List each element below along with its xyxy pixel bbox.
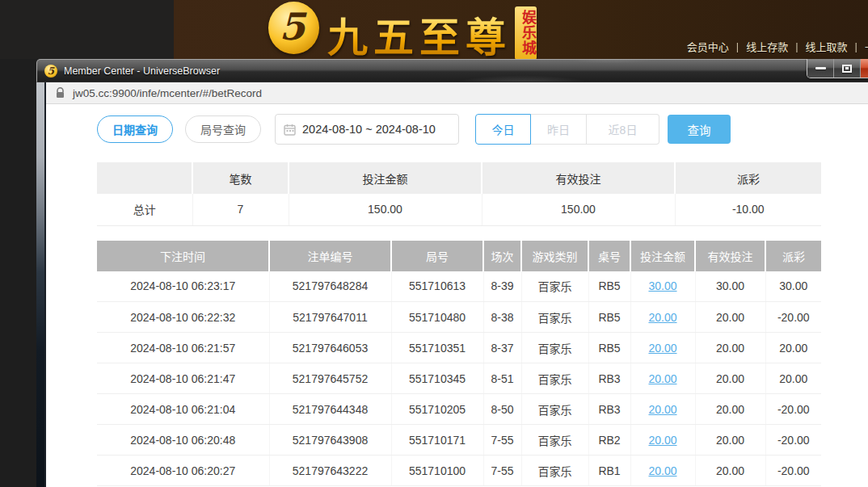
header-bet-id: 注单编号 [269,241,391,271]
cell-table-no: RB5 [588,302,630,333]
site-banner: 5 九五至尊 娱乐城 会员中心 | 线上存款 | 线上取款 | 一 [0,0,868,59]
cell-bet-id: 521797643222 [269,456,391,486]
yesterday-button[interactable]: 昨日 [531,114,587,145]
close-button[interactable] [861,59,868,78]
summary-bet-amount: 150.00 [289,194,482,225]
cell-game-type: 百家乐 [521,425,588,456]
date-range-input[interactable]: 2024-08-10 ~ 2024-08-10 [275,114,459,145]
bet-amount-link[interactable]: 20.00 [648,403,676,416]
banner-nav: 会员中心 | 线上存款 | 线上取款 | 一 [687,39,868,54]
summary-payout: -10.00 [675,194,821,225]
cell-session: 8-38 [483,302,521,333]
last-8-days-button[interactable]: 近8日 [587,114,659,145]
window-app-icon-glyph: 5 [48,66,54,76]
cell-session: 7-55 [483,425,521,456]
summary-header-blank [97,162,192,194]
address-bar[interactable]: jw05.cc:9900/infe/mcenter/#/betRecord [46,82,868,104]
cell-session: 8-39 [483,271,521,302]
table-row: 2024-08-10 06:21:57 521797646053 5517103… [97,333,821,363]
cell-round-no: 551710205 [391,394,483,425]
round-query-tab[interactable]: 局号查询 [185,115,261,143]
cell-payout: 20.00 [765,333,821,363]
summary-count: 7 [192,194,289,225]
summary-header-valid-bet: 有效投注 [482,162,675,194]
filter-toolbar: 日期查询 局号查询 20 [97,114,868,145]
nav-online-withdraw[interactable]: 线上取款 [806,39,848,54]
header-round-no: 局号 [391,241,483,271]
bet-amount-link[interactable]: 20.00 [648,434,676,447]
nav-link-clipped[interactable]: 一 [865,39,868,54]
cell-round-no: 551710100 [391,456,483,486]
cell-payout: -20.00 [765,425,821,456]
cell-bet-time: 2024-08-10 06:23:17 [97,271,269,302]
cell-valid-bet: 20.00 [695,363,765,394]
summary-header-bet-amount: 投注金额 [289,162,482,194]
cell-valid-bet: 20.00 [695,333,765,363]
maximize-icon [842,65,852,73]
url-text: jw05.cc:9900/infe/mcenter/#/betRecord [73,87,262,99]
cell-game-type: 百家乐 [521,394,588,425]
cell-payout: -20.00 [765,394,821,425]
logo-circle-icon: 5 [268,2,319,54]
browser-window: 5 Member Center - UniverseBrowser jw05.c… [36,59,868,487]
cell-payout: 20.00 [765,363,821,394]
window-app-icon: 5 [44,65,57,78]
cell-game-type: 百家乐 [521,271,588,302]
cell-payout: -20.00 [765,302,821,333]
logo-five-glyph: 5 [279,8,305,45]
cell-bet-id: 521797644348 [269,394,391,425]
quick-date-group: 今日 昨日 近8日 [475,114,659,145]
table-row: 2024-08-10 06:22:32 521797647011 5517104… [97,302,821,333]
summary-table: 笔数 投注金额 有效投注 派彩 总计 7 150.00 150. [97,162,821,226]
nav-separator: | [855,40,857,52]
bet-amount-link[interactable]: 20.00 [648,342,676,355]
cell-round-no: 551710171 [391,425,483,456]
table-row: 2024-08-10 06:21:47 521797645752 5517103… [97,363,821,394]
cell-game-type: 百家乐 [521,456,588,486]
bet-amount-link[interactable]: 30.00 [648,279,676,292]
calendar-icon [284,124,296,136]
date-query-tab[interactable]: 日期查询 [97,115,173,143]
bet-amount-link[interactable]: 20.00 [648,372,676,385]
cell-bet-id: 521797645752 [269,363,391,394]
screen: 5 九五至尊 娱乐城 会员中心 | 线上存款 | 线上取款 | 一 5 Memb… [0,0,868,487]
table-row: 2024-08-10 06:21:04 521797644348 5517102… [97,394,821,425]
table-row: 2024-08-10 06:20:48 521797643908 5517101… [97,425,821,456]
header-session: 场次 [483,241,521,271]
cell-table-no: RB3 [588,394,630,425]
today-button[interactable]: 今日 [475,114,531,145]
summary-valid-bet: 150.00 [482,194,675,225]
cell-valid-bet: 20.00 [695,456,765,486]
cell-table-no: RB3 [588,363,630,394]
summary-total-row: 总计 7 150.00 150.00 -10.00 [97,194,821,225]
cell-payout: 30.00 [765,271,821,302]
cell-valid-bet: 30.00 [695,271,765,302]
lock-icon[interactable] [56,87,65,99]
window-titlebar[interactable]: 5 Member Center - UniverseBrowser [36,59,868,82]
header-payout: 派彩 [765,241,821,271]
cell-session: 8-50 [483,394,521,425]
table-header-row: 下注时间 注单编号 局号 场次 游戏类别 桌号 投注金额 有效投注 派彩 [97,241,821,271]
cell-bet-id: 521797646053 [269,333,391,363]
search-button[interactable]: 查询 [668,115,731,144]
cell-session: 8-37 [483,333,521,363]
window-title: Member Center - UniverseBrowser [64,65,220,77]
site-logo: 5 九五至尊 娱乐城 [268,2,537,63]
site-name: 九五至尊 [327,5,512,63]
cell-round-no: 551710480 [391,302,483,333]
header-bet-amount: 投注金额 [630,241,695,271]
summary-header-count: 笔数 [192,162,289,194]
minimize-button[interactable] [807,59,834,78]
nav-online-deposit[interactable]: 线上存款 [746,39,788,54]
bet-amount-link[interactable]: 20.00 [648,311,676,324]
summary-header-payout: 派彩 [675,162,821,194]
cell-table-no: RB5 [588,271,630,302]
cell-bet-time: 2024-08-10 06:20:27 [97,456,269,486]
cell-round-no: 551710345 [391,363,483,394]
window-left-border [36,82,46,487]
nav-member-center[interactable]: 会员中心 [687,39,729,54]
cell-game-type: 百家乐 [521,333,588,363]
window-controls [807,59,868,78]
maximize-button[interactable] [834,59,861,78]
bet-amount-link[interactable]: 20.00 [648,464,676,477]
